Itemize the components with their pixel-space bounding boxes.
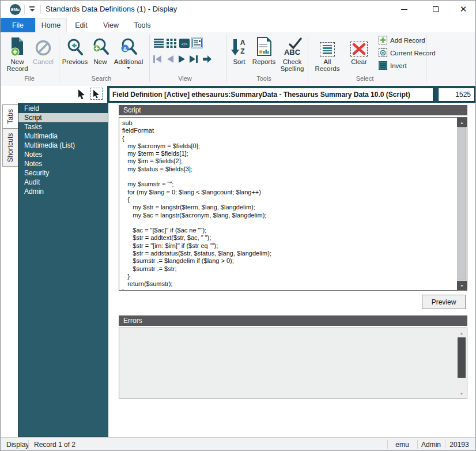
status-port: 20193: [445, 438, 474, 451]
script-code[interactable]: sub fieldFormat { my $acronym = $fields[…: [119, 118, 457, 290]
add-record-icon: [379, 36, 387, 44]
invert-selection-icon: [379, 61, 387, 70]
tab-home[interactable]: Home: [35, 18, 67, 32]
tab-list-panel: Field Script Tasks Multimedia Multimedia…: [18, 103, 108, 437]
last-record-icon[interactable]: [189, 55, 199, 64]
title-bar: EMu Standards Data Definitions (1) - Dis…: [1, 1, 475, 18]
status-group: Admin: [417, 438, 445, 451]
svg-text:</>: </>: [181, 42, 188, 47]
preview-button[interactable]: Preview: [422, 295, 466, 309]
additional-dropdown-icon[interactable]: [127, 67, 130, 69]
current-record-button[interactable]: Current Record: [379, 48, 436, 57]
divider: [426, 35, 426, 82]
check-spelling-button[interactable]: ABC Check Spelling: [277, 35, 307, 72]
minimize-button[interactable]: [394, 3, 414, 16]
additional-search-icon: &: [120, 35, 137, 57]
sort-letter-a: A: [240, 39, 245, 47]
group-label-view: View: [150, 75, 220, 82]
maximize-button[interactable]: [426, 3, 445, 16]
scrollbar-thumb[interactable]: [458, 127, 466, 280]
window-title: Standards Data Definitions (1) - Display: [46, 5, 177, 13]
divider: [308, 35, 308, 82]
close-button[interactable]: ✕: [454, 3, 473, 16]
code-view-icon[interactable]: </>: [179, 39, 190, 48]
status-bar: Display Record 1 of 2 emu Admin 20193: [1, 437, 475, 451]
previous-search-icon: [66, 35, 84, 57]
sidebar-item-field[interactable]: Field: [18, 104, 108, 113]
tab-tools[interactable]: Tools: [126, 18, 158, 32]
previous-record-icon: [167, 55, 176, 64]
sidebar-item-tasks[interactable]: Tasks: [18, 122, 108, 131]
divider: [149, 35, 150, 82]
record-header-bar: Field Definition [Active] ethesaurus:Sum…: [107, 86, 476, 103]
reports-icon: [256, 35, 272, 57]
status-mode: Display: [6, 438, 29, 451]
errors-scrollbar[interactable]: ▲ ▼: [457, 329, 466, 397]
cancel-icon: [35, 35, 52, 57]
divider: [40, 5, 41, 14]
script-scrollbar[interactable]: ▲ ▼: [457, 118, 467, 290]
scroll-up-icon[interactable]: ▲: [457, 329, 466, 337]
group-label-select: Select: [330, 75, 399, 82]
pointer-icon[interactable]: [77, 89, 86, 100]
sidebar-item-multimedia[interactable]: Multimedia: [18, 131, 108, 141]
current-record-icon: [379, 48, 387, 57]
ribbon: New Record Cancel File Previous: [1, 32, 475, 85]
new-search-icon: [92, 35, 109, 57]
next-record-icon[interactable]: [178, 55, 188, 64]
sidebar-item-notes[interactable]: Notes: [18, 150, 108, 159]
scroll-down-icon[interactable]: ▼: [457, 281, 467, 290]
divider: [28, 440, 29, 449]
sidebar-item-audit[interactable]: Audit: [18, 178, 108, 187]
sidebar-item-multimedia-list[interactable]: Multimedia (List): [18, 141, 108, 150]
abc-text: ABC: [284, 48, 301, 57]
reports-button[interactable]: Reports: [251, 35, 277, 65]
previous-search-button[interactable]: Previous: [61, 35, 89, 65]
new-search-button[interactable]: New: [89, 35, 112, 65]
group-label-tools: Tools: [229, 75, 299, 82]
new-record-button[interactable]: New Record: [4, 35, 31, 72]
first-record-icon: [153, 55, 163, 64]
script-editor[interactable]: sub fieldFormat { my $acronym = $fields[…: [119, 117, 467, 291]
side-tab-tabs[interactable]: Tabs: [2, 104, 18, 129]
divider: [24, 5, 25, 14]
list-view-icon[interactable]: [154, 39, 164, 48]
sort-button[interactable]: A Z Sort: [228, 35, 250, 65]
divider: [226, 35, 226, 82]
tab-content: Script sub fieldFormat { my $acronym = $…: [112, 103, 476, 437]
sidebar-item-security[interactable]: Security: [18, 168, 108, 178]
sidebar-item-script[interactable]: Script: [18, 113, 108, 122]
svg-text:&: &: [123, 46, 127, 52]
record-title: Field Definition [Active] ethesaurus:Sum…: [109, 88, 433, 102]
divider: [59, 35, 59, 82]
additional-search-button[interactable]: & Additional: [112, 35, 145, 69]
status-user: emu: [387, 438, 417, 451]
app-window: EMu Standards Data Definitions (1) - Dis…: [0, 0, 476, 451]
side-tab-shortcuts[interactable]: Shortcuts: [2, 129, 18, 167]
sidebar-item-notes-2[interactable]: Notes: [18, 159, 108, 168]
clear-selection-button[interactable]: Clear: [345, 35, 373, 65]
add-record-button[interactable]: Add Record: [379, 36, 425, 44]
ribbon-tab-row: File Home Edit View Tools ?: [1, 18, 475, 32]
sort-icon: A Z: [231, 35, 247, 57]
sidebar-item-admin[interactable]: Admin: [18, 187, 108, 196]
goto-record-icon[interactable]: [202, 55, 212, 64]
customize-quick-access-icon[interactable]: [28, 6, 36, 13]
scrollbar-thumb[interactable]: [458, 337, 466, 378]
tab-view[interactable]: View: [96, 18, 126, 32]
new-record-icon: [9, 35, 26, 57]
details-view-icon[interactable]: [191, 37, 203, 48]
errors-panel-header: Errors: [119, 315, 467, 326]
record-irn: 1525: [438, 88, 475, 102]
select-record-icon[interactable]: [90, 88, 103, 100]
group-label-file: File: [0, 75, 64, 82]
invert-selection-button[interactable]: Invert: [379, 61, 407, 70]
grid-view-icon[interactable]: [167, 39, 176, 48]
tab-file[interactable]: File: [1, 18, 35, 32]
all-records-button[interactable]: All Records: [312, 35, 343, 72]
scroll-down-icon[interactable]: ▼: [457, 389, 466, 397]
tab-edit[interactable]: Edit: [67, 18, 96, 32]
script-panel-header: Script: [119, 105, 467, 115]
scroll-up-icon[interactable]: ▲: [457, 118, 467, 127]
errors-field: ▲ ▼: [119, 328, 467, 399]
